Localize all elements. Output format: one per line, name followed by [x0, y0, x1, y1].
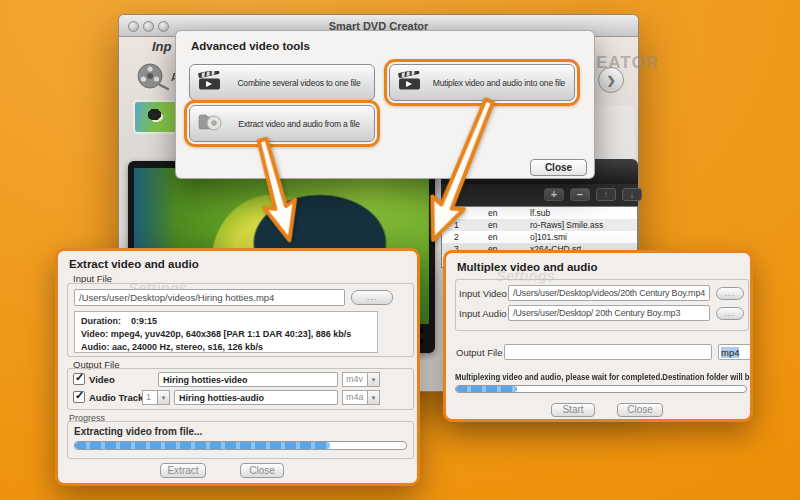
input-audio-label: Input Audio: [459, 308, 507, 319]
browse-button[interactable]: ...: [716, 307, 744, 320]
video-format-select[interactable]: m4v ▾: [342, 372, 380, 387]
clapperboard-icon: [398, 71, 422, 95]
progress-bar: [455, 385, 747, 393]
clapperboard-icon: [198, 71, 222, 95]
desktop-background: Smart DVD Creator Inp EATOR Ad ❯: [0, 0, 800, 500]
table-row[interactable]: 1 en ro-Raws] Smile.ass: [442, 219, 637, 231]
multiplex-dialog: Settings Multiplex video and audio Input…: [443, 250, 753, 422]
input-video-label: Input Video: [459, 288, 507, 299]
folder-disc-icon: [198, 112, 222, 136]
add-subtitle-button[interactable]: +: [544, 188, 564, 201]
selected-format-text: mp4: [721, 347, 739, 358]
audio-format-select[interactable]: m4a ▾: [342, 390, 380, 405]
media-info-box: Duration: 0:9:15 Video: mpeg4, yuv420p, …: [74, 311, 378, 353]
video-checkbox[interactable]: [73, 373, 85, 385]
input-file-field[interactable]: /Users/user/Desktop/videos/Hiring hottie…: [74, 289, 345, 306]
remove-subtitle-button[interactable]: −: [570, 188, 590, 201]
chevron-right-button[interactable]: ❯: [598, 67, 624, 93]
status-text: Multiplexing video and audio, please wai…: [455, 372, 753, 382]
advanced-tools-dialog: Advanced video tools Combine several vid…: [175, 30, 595, 179]
video-name-field[interactable]: Hiring hotties-video: [158, 372, 338, 387]
audio-name-field[interactable]: Hiring hotties-audio: [174, 390, 338, 405]
output-file-field[interactable]: [504, 344, 712, 360]
move-up-button[interactable]: ↑: [596, 188, 616, 201]
table-row[interactable]: 2 en o]101.smi: [442, 231, 637, 243]
dropdown-arrow-icon: ▾: [158, 390, 170, 405]
close-button[interactable]: Close: [617, 403, 663, 417]
output-format-field[interactable]: mp4: [718, 344, 751, 360]
output-file-label: Output File: [456, 347, 502, 358]
input-video-field[interactable]: /Users/user/Desktop/videos/20th Century …: [508, 285, 710, 301]
dropdown-arrow-icon: ▾: [368, 390, 380, 405]
move-down-button[interactable]: ↓: [622, 188, 642, 201]
video-label: Video: [89, 374, 115, 385]
progress-bar: [74, 441, 407, 450]
status-text: Extracting video from file...: [74, 426, 202, 437]
dialog-title: Extract video and audio: [69, 258, 199, 270]
audio-track-select[interactable]: 1 ▾: [142, 390, 170, 405]
browse-button[interactable]: ...: [351, 290, 393, 305]
audio-track-label: Audio Track: [89, 392, 143, 403]
close-button[interactable]: Close: [530, 159, 587, 176]
extract-dialog: Settings Extract video and audio Input F…: [55, 248, 420, 486]
table-row[interactable]: 0 en lf.sub: [442, 207, 637, 219]
dialog-title: Multiplex video and audio: [457, 261, 598, 273]
start-button[interactable]: Start: [551, 403, 595, 417]
dialog-title: Advanced video tools: [191, 40, 310, 52]
audio-checkbox[interactable]: [73, 391, 85, 403]
film-reel-icon: [135, 62, 169, 96]
extract-button[interactable]: Extract: [160, 463, 206, 478]
combine-videos-button[interactable]: Combine several videos to one file: [189, 64, 375, 101]
browse-button[interactable]: ...: [716, 287, 744, 300]
close-button[interactable]: Close: [240, 463, 284, 478]
tab-input[interactable]: Inp: [152, 39, 172, 54]
input-audio-field[interactable]: /Users/user/Desktop/ 20th Century Boy.mp…: [508, 305, 710, 321]
dropdown-arrow-icon: ▾: [368, 372, 380, 387]
